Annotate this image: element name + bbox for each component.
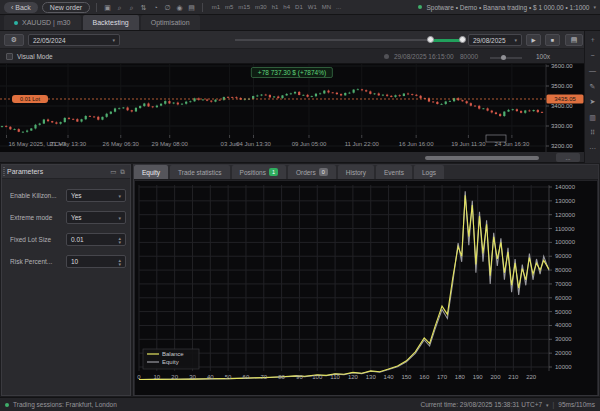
stop-button[interactable]: ■ (545, 34, 560, 46)
range-handle-left[interactable] (427, 36, 434, 43)
start-date-select[interactable]: 22/05/2024 (28, 34, 120, 46)
tab-history[interactable]: History (338, 165, 374, 179)
svg-text:3400.00: 3400.00 (551, 103, 573, 109)
tab-backtesting[interactable]: Backtesting (83, 15, 139, 30)
tab-equity[interactable]: Equity (134, 165, 168, 179)
svg-text:100000: 100000 (555, 239, 576, 245)
indicators-icon[interactable]: ⇅ (139, 3, 148, 12)
timeframe-MN[interactable]: MN (322, 4, 331, 10)
svg-text:20: 20 (171, 374, 178, 380)
tab-orders[interactable]: Orders0 (288, 165, 336, 179)
parameter-label: Risk Percent... (10, 258, 66, 265)
trendline-icon[interactable]: — (589, 67, 596, 75)
timeframe-D1[interactable]: D1 (295, 4, 303, 10)
parameters-rows: Enable Killzon...Yes▾Extreme modeYes▾Fix… (2, 179, 130, 273)
equity-legend: BalanceEquity (143, 349, 199, 369)
parameter-row: Enable Killzon...Yes▾ (2, 185, 130, 207)
panels-icon[interactable]: ▥ (589, 114, 596, 122)
pointer-icon[interactable]: ➤ (590, 98, 596, 106)
end-date-select[interactable]: 29/08/2025 (468, 34, 522, 46)
svg-text:24 Jun 16:30: 24 Jun 16:30 (495, 141, 530, 147)
chart-horizontal-scrollbar[interactable] (425, 156, 539, 160)
more-icon[interactable]: ⋯ (589, 145, 596, 153)
parameter-stepper[interactable]: 0.01▴ ▾ (66, 233, 126, 246)
zoom-out-icon[interactable]: ⌕ (115, 3, 124, 12)
parameter-select[interactable]: Yes▾ (66, 211, 126, 224)
backtest-progress-fill (430, 39, 462, 42)
alarm-icon[interactable]: ◔ (151, 3, 160, 12)
grid-icon[interactable]: ⠿ (590, 129, 595, 137)
parameters-panel: Parameters ▭⧉ Enable Killzon...Yes▾Extre… (1, 164, 131, 396)
timeframe-m1[interactable]: m1 (212, 4, 220, 10)
status-divider: | (553, 401, 555, 408)
panel-grip[interactable] (3, 167, 5, 176)
timeframe-h4[interactable]: h4 (283, 4, 290, 10)
svg-text:3200.00: 3200.00 (551, 143, 573, 149)
session-status-icon (5, 403, 9, 407)
tab-positions[interactable]: Positions1 (232, 165, 286, 179)
new-order-button[interactable]: New order (42, 2, 90, 13)
svg-text:120: 120 (348, 374, 359, 380)
chart-window-icon[interactable]: ▣ (103, 3, 112, 12)
svg-text:170: 170 (437, 374, 448, 380)
zoom-out-icon[interactable]: − (590, 52, 594, 60)
parameter-select[interactable]: Yes▾ (66, 189, 126, 202)
timeframe-W1[interactable]: W1 (308, 4, 317, 10)
series-balance (139, 195, 549, 379)
back-button[interactable]: ‹ Back (4, 2, 38, 13)
tab-label: Orders (296, 169, 316, 176)
svg-text:26 May 06:30: 26 May 06:30 (103, 141, 140, 147)
timeframe-m30[interactable]: m30 (255, 4, 267, 10)
speed-slider-handle[interactable] (501, 55, 506, 60)
eye-icon[interactable]: ◉ (175, 3, 184, 12)
parameter-value: 10 (71, 258, 78, 265)
link-icon[interactable]: ∅ (163, 3, 172, 12)
zoom-in-icon[interactable]: ⌕ (127, 3, 136, 12)
timeframe-[interactable]: ... (336, 4, 341, 10)
svg-text:70000: 70000 (555, 281, 572, 287)
svg-text:90000: 90000 (555, 253, 572, 259)
timeframe-m5[interactable]: m5 (225, 4, 233, 10)
svg-text:04 Jun 13:30: 04 Jun 13:30 (236, 141, 271, 147)
tab-xauusd-m30[interactable]: XAUUSD | m30 (4, 15, 81, 30)
svg-text:3300.00: 3300.00 (551, 123, 573, 129)
settings-gear-button[interactable]: ⚙ (4, 34, 24, 46)
tab-optimisation[interactable]: Optimisation (141, 15, 200, 30)
svg-text:10: 10 (153, 374, 160, 380)
account-selector[interactable]: Spotware • Demo • Banana trading • $ 1 0… (418, 4, 596, 11)
visual-mode-checkbox[interactable] (6, 53, 13, 60)
connection-status-icon (418, 5, 422, 9)
tick-count: 80000 (460, 53, 478, 60)
speed-slider-track[interactable] (490, 57, 522, 59)
timeframe-list: m1m5m15m30h1h4D1W1MN... (209, 4, 343, 10)
tab-logs[interactable]: Logs (414, 165, 444, 179)
zoom-in-icon[interactable]: ＋ (589, 36, 596, 44)
chart-toggle-button[interactable]: ▤ (565, 34, 583, 46)
svg-text:130000: 130000 (555, 198, 576, 204)
svg-text:180: 180 (455, 374, 466, 380)
svg-text:60000: 60000 (555, 295, 572, 301)
current-time[interactable]: Current time: 29/08/2025 15:38:31 UTC+7 (420, 401, 542, 408)
equity-chart[interactable]: 1400001300001200001100001000009000080000… (135, 181, 597, 395)
popout-icon[interactable]: ▭ (110, 168, 116, 176)
timeframe-h1[interactable]: h1 (272, 4, 279, 10)
sentiment-icon[interactable]: ▤ (187, 3, 196, 12)
tab-label: Equity (142, 169, 160, 176)
parameter-stepper[interactable]: 10▴ ▾ (66, 255, 126, 268)
timeframe-m15[interactable]: m15 (238, 4, 250, 10)
play-button[interactable]: ▶ (526, 34, 541, 46)
snapshot-radio[interactable] (384, 54, 389, 59)
svg-text:40000: 40000 (555, 322, 572, 328)
range-handle-right[interactable] (459, 36, 466, 43)
draw-icon[interactable]: ✎ (590, 83, 596, 91)
current-price-badge: 3435.05 (547, 94, 584, 103)
visual-mode-row: Visual Mode 29/08/2025 16:15:00 80000 10… (0, 49, 584, 64)
tab-trade-statistics[interactable]: Trade statistics (170, 165, 229, 179)
copy-icon[interactable]: ⧉ (120, 168, 125, 176)
svg-text:220: 220 (526, 374, 537, 380)
position-badge[interactable]: 0.01 Lot (12, 95, 48, 103)
chart-more-button[interactable]: ... (556, 153, 580, 162)
svg-text:90: 90 (296, 374, 303, 380)
tab-events[interactable]: Events (376, 165, 412, 179)
latency-indicator: 95ms/110ms (558, 401, 595, 408)
